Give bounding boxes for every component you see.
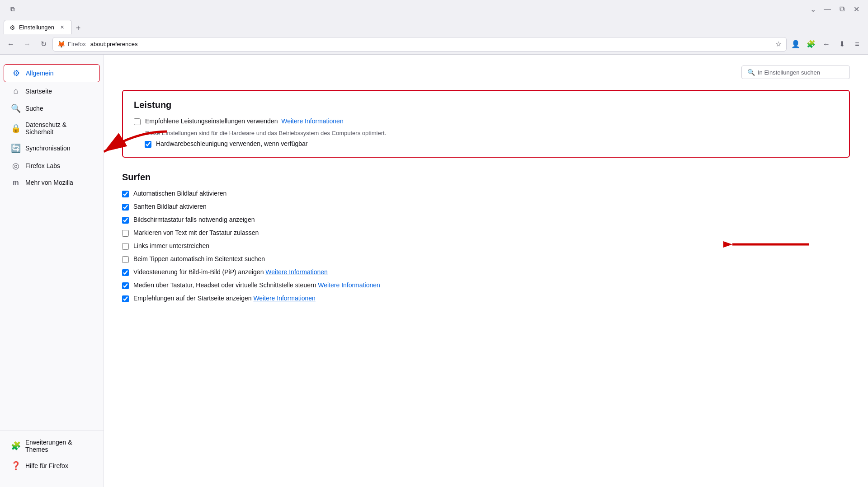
performance-section: Leistung Empfohlene Leistungseinstellung… <box>122 90 850 158</box>
surfen-label-5[interactable]: Beim Tippen automatisch im Seitentext su… <box>133 255 265 262</box>
surfen-label-2[interactable]: Bildschirmtastatur falls notwendig anzei… <box>133 216 255 223</box>
surfen-link-6[interactable]: Weitere Informationen <box>265 268 327 276</box>
surfen-item-row: Markieren von Text mit der Tastatur zula… <box>122 229 850 237</box>
address-url: about:preferences <box>90 41 138 47</box>
perf-checkbox2-row: Hardwarebeschleunigung verwenden, wenn v… <box>145 140 838 148</box>
reload-button[interactable]: ↻ <box>36 37 51 52</box>
surfen-checkbox-7[interactable] <box>122 282 129 289</box>
settings-search-bar[interactable]: 🔍 <box>741 66 850 79</box>
surfen-item-row: Links immer unterstreichen <box>122 242 850 250</box>
surfen-label-6[interactable]: Videosteuerung für Bild-im-Bild (PiP) an… <box>133 268 328 276</box>
surfen-checkbox-4[interactable] <box>122 243 129 250</box>
nav-right-icons: 👤 🧩 ← ⬇ ≡ <box>788 37 864 52</box>
surfen-link-8[interactable]: Weitere Informationen <box>253 295 315 302</box>
tab-favicon: ⚙ <box>9 24 15 31</box>
perf-checkbox2[interactable] <box>145 141 151 148</box>
sidebar-item-allgemein[interactable]: ⚙ Allgemein <box>4 64 100 82</box>
sidebar-label-startseite: Startseite <box>25 88 52 95</box>
sidebar: ⚙ Allgemein ⌂ Startseite 🔍 Suche 🔒 Daten… <box>0 55 104 487</box>
addons-icon[interactable]: ⬇ <box>835 37 849 52</box>
sidebar-label-hilfe: Hilfe für Firefox <box>25 462 68 469</box>
sidebar-item-datenschutz[interactable]: 🔒 Datenschutz & Sicherheit <box>4 117 100 139</box>
maximize-btn[interactable]: ⧉ <box>835 3 848 15</box>
sidebar-item-synchronisation[interactable]: 🔄 Synchronisation <box>4 140 100 157</box>
surfen-label-1[interactable]: Sanften Bildlauf aktivieren <box>133 203 207 210</box>
back-history-icon[interactable]: ← <box>819 37 834 52</box>
dropdown-btn[interactable]: ⌄ <box>807 3 819 15</box>
surfen-title: Surfen <box>122 172 850 183</box>
settings-search-icon: 🔍 <box>747 69 755 76</box>
perf-checkbox1-desc: Diese Einstellungen sind für die Hardwar… <box>145 130 838 136</box>
home-icon: ⌂ <box>11 86 21 96</box>
forward-button[interactable]: → <box>20 37 34 52</box>
tab-bar: ⚙ Einstellungen ✕ + <box>0 18 868 34</box>
perf-checkbox1-label[interactable]: Empfohlene Leistungseinstellungen verwen… <box>145 117 344 125</box>
mozilla-icon: m <box>11 178 21 186</box>
surfen-item-row: Videosteuerung für Bild-im-Bild (PiP) an… <box>122 268 850 276</box>
surfen-items-container: Automatischen Bildlauf aktivierenSanften… <box>122 190 850 302</box>
surfen-checkbox-3[interactable] <box>122 230 129 237</box>
account-icon[interactable]: 👤 <box>788 37 803 52</box>
back-button[interactable]: ← <box>4 37 18 52</box>
surfen-checkbox-0[interactable] <box>122 191 129 197</box>
sync-icon: 🔄 <box>11 143 21 153</box>
perf-checkbox2-label[interactable]: Hardwarebeschleunigung verwenden, wenn v… <box>156 140 307 147</box>
sidebar-label-labs: Firefox Labs <box>25 162 60 169</box>
lock-icon: 🔒 <box>11 123 21 133</box>
surfen-label-8[interactable]: Empfehlungen auf der Startseite anzeigen… <box>133 295 316 302</box>
surfen-checkbox-6[interactable] <box>122 269 129 276</box>
sidebar-item-hilfe[interactable]: ❓ Hilfe für Firefox <box>4 457 100 474</box>
search-bar-wrapper: 🔍 <box>122 66 850 79</box>
gear-icon: ⚙ <box>11 68 21 78</box>
address-favicon: 🦊 <box>57 41 65 48</box>
settings-search-input[interactable] <box>758 69 844 76</box>
surfen-item-row: Automatischen Bildlauf aktivieren <box>122 190 850 197</box>
surfen-item-row: Sanften Bildlauf aktivieren <box>122 203 850 211</box>
sidebar-label-allgemein: Allgemein <box>26 70 53 77</box>
surfen-checkbox-8[interactable] <box>122 295 129 302</box>
minimize-btn[interactable]: — <box>821 3 834 15</box>
bookmark-star-icon[interactable]: ☆ <box>775 40 782 48</box>
surfen-checkbox-5[interactable] <box>122 256 129 263</box>
surfen-item-row: Beim Tippen automatisch im Seitentext su… <box>122 255 850 263</box>
performance-box: Leistung Empfohlene Leistungseinstellung… <box>122 90 850 158</box>
surfen-checkbox-2[interactable] <box>122 217 129 224</box>
extensions-icon[interactable]: 🧩 <box>804 37 818 52</box>
menu-icon[interactable]: ≡ <box>850 37 864 52</box>
history-icon[interactable]: ⧉ <box>5 2 20 16</box>
surfen-label-3[interactable]: Markieren von Text mit der Tastatur zula… <box>133 229 259 236</box>
sidebar-item-mehr-mozilla[interactable]: m Mehr von Mozilla <box>4 175 100 190</box>
perf-checkbox1[interactable] <box>134 118 141 125</box>
sidebar-label-mehr: Mehr von Mozilla <box>25 179 73 186</box>
surfen-item-row: Bildschirmtastatur falls notwendig anzei… <box>122 216 850 224</box>
nav-bar: ← → ↻ 🦊 Firefox about:preferences ☆ 👤 🧩 … <box>0 34 868 54</box>
tab-title: Einstellungen <box>19 24 54 31</box>
labs-icon: ◎ <box>11 161 21 171</box>
title-bar: ⧉ ⌄ — ⧉ ✕ <box>0 0 868 18</box>
address-bar[interactable]: 🦊 Firefox about:preferences ☆ <box>52 37 787 52</box>
address-site: Firefox <box>68 41 86 47</box>
surfen-label-7[interactable]: Medien über Tastatur, Headset oder virtu… <box>133 281 380 289</box>
sidebar-label-datenschutz: Datenschutz & Sicherheit <box>25 121 93 136</box>
sidebar-item-erweiterungen[interactable]: 🧩 Erweiterungen & Themes <box>4 435 100 457</box>
surfen-label-4[interactable]: Links immer unterstreichen <box>133 242 209 249</box>
sidebar-item-firefox-labs[interactable]: ◎ Firefox Labs <box>4 157 100 174</box>
sidebar-item-startseite[interactable]: ⌂ Startseite <box>4 83 100 99</box>
main-page: ⚙ Allgemein ⌂ Startseite 🔍 Suche 🔒 Daten… <box>0 55 868 487</box>
close-btn[interactable]: ✕ <box>850 3 863 15</box>
surfen-link-7[interactable]: Weitere Informationen <box>318 281 380 289</box>
surfen-label-0[interactable]: Automatischen Bildlauf aktivieren <box>133 190 226 197</box>
sidebar-item-suche[interactable]: 🔍 Suche <box>4 100 100 117</box>
surfen-item-row: Medien über Tastatur, Headset oder virtu… <box>122 281 850 289</box>
perf-checkbox1-link[interactable]: Weitere Informationen <box>281 117 343 125</box>
sidebar-label-synchronisation: Synchronisation <box>25 145 71 152</box>
search-icon: 🔍 <box>11 103 21 113</box>
sidebar-label-erweiterungen: Erweiterungen & Themes <box>25 439 93 453</box>
new-tab-button[interactable]: + <box>72 22 85 34</box>
surfen-item-row: Empfehlungen auf der Startseite anzeigen… <box>122 295 850 302</box>
help-icon: ❓ <box>11 461 21 471</box>
tab-close-btn[interactable]: ✕ <box>58 23 66 32</box>
active-tab[interactable]: ⚙ Einstellungen ✕ <box>4 20 72 34</box>
surfen-checkbox-1[interactable] <box>122 204 129 211</box>
surfen-section: Surfen Automatischen Bildlauf aktivieren… <box>122 172 850 302</box>
